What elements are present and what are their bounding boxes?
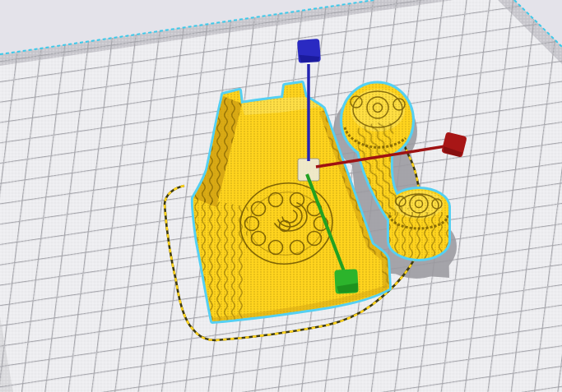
slicer-3d-viewport[interactable] — [0, 0, 562, 392]
